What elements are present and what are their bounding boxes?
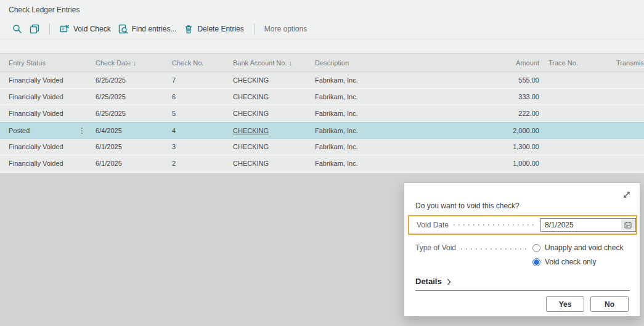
col-transmission[interactable]: Transmission xyxy=(607,54,644,71)
find-entries-button[interactable]: Find entries... xyxy=(115,22,181,36)
cell-amount: 2,000.00 xyxy=(479,123,539,138)
void-date-label: Void Date xyxy=(417,221,449,229)
cell-description: Fabrikam, Inc. xyxy=(306,89,479,105)
cell-bank-account-link[interactable]: CHECKING xyxy=(224,123,306,138)
cell-description: Fabrikam, Inc. xyxy=(306,123,479,138)
cell-amount: 222.00 xyxy=(479,105,539,121)
cell-description: Fabrikam, Inc. xyxy=(306,105,479,121)
table-row[interactable]: Financially Voided 6/25/2025 5 CHECKING … xyxy=(0,105,644,122)
col-bank-account-no[interactable]: Bank Account No. ↓ xyxy=(224,54,306,71)
cell-transmission xyxy=(607,139,644,155)
page-title: Check Ledger Entries xyxy=(0,0,644,18)
cell-amount: 333.00 xyxy=(479,89,539,105)
cell-entry-status: Financially Voided xyxy=(0,139,87,155)
void-date-input[interactable] xyxy=(541,221,618,229)
copy-button[interactable] xyxy=(26,22,43,36)
void-check-button[interactable]: Void Check xyxy=(56,22,115,36)
cell-entry-status: Financially Voided xyxy=(0,72,87,88)
table-row[interactable]: Financially Voided 6/1/2025 2 CHECKING F… xyxy=(0,155,644,172)
cell-check-no: 2 xyxy=(163,155,224,171)
void-check-icon xyxy=(60,24,70,34)
cell-description: Fabrikam, Inc. xyxy=(306,72,479,88)
cell-check-no: 5 xyxy=(163,105,224,121)
delete-entries-button[interactable]: Delete Entries xyxy=(180,22,247,36)
void-check-label: Void Check xyxy=(73,25,111,33)
radio-label: Void check only xyxy=(545,258,596,266)
expand-dialog-icon[interactable] xyxy=(622,190,631,199)
cell-trace-no xyxy=(539,105,607,121)
radio-selected-icon xyxy=(532,258,540,266)
col-trace-no[interactable]: Trace No. xyxy=(539,54,607,71)
cell-check-no: 3 xyxy=(163,139,224,155)
cell-check-no: 4 xyxy=(163,123,224,138)
cell-amount: 555.00 xyxy=(479,72,539,88)
table-header-row: Entry Status Check Date ↓ Check No. Bank… xyxy=(0,53,644,72)
cell-transmission xyxy=(607,72,644,88)
cell-check-no: 6 xyxy=(163,89,224,105)
more-options-button[interactable]: More options xyxy=(261,22,311,36)
cell-check-date: 6/25/2025 xyxy=(87,105,163,121)
radio-void-check-only[interactable]: Void check only xyxy=(532,258,623,266)
cell-bank-account[interactable]: CHECKING xyxy=(224,72,306,88)
cell-entry-status: Financially Voided xyxy=(0,105,87,121)
cell-description: Fabrikam, Inc. xyxy=(306,155,479,171)
dialog-question: Do you want to void this check? xyxy=(415,202,520,210)
cell-check-no: 7 xyxy=(163,72,224,88)
cell-transmission xyxy=(607,105,644,121)
cell-entry-status: Financially Voided xyxy=(0,89,87,105)
col-check-date[interactable]: Check Date ↓ xyxy=(87,54,163,71)
cell-amount: 1,000.00 xyxy=(479,155,539,171)
no-button[interactable]: No xyxy=(590,296,629,312)
row-context-menu-icon[interactable]: ⋮ xyxy=(78,123,86,138)
type-of-void-field-row: Type of Void Unapply and void check Void… xyxy=(415,243,630,266)
delete-entries-label: Delete Entries xyxy=(197,25,243,33)
toolbar: Void Check Find entries... Delete Entrie… xyxy=(0,18,644,39)
copy-icon xyxy=(30,24,39,34)
radio-unselected-icon xyxy=(532,244,540,252)
find-entries-icon xyxy=(118,24,128,34)
radio-unapply-and-void-check[interactable]: Unapply and void check xyxy=(532,243,623,252)
col-amount[interactable]: Amount xyxy=(479,54,539,71)
trash-icon xyxy=(184,24,194,34)
cell-entry-status: Posted ⋮ xyxy=(0,123,87,138)
cell-transmission xyxy=(607,89,644,105)
chevron-right-icon xyxy=(444,279,450,285)
cell-trace-no xyxy=(539,89,607,105)
cell-check-date: 6/25/2025 xyxy=(87,72,163,88)
check-ledger-page: Check Ledger Entries Void Check Find ent… xyxy=(0,0,644,173)
void-check-dialog: Do you want to void this check? Void Dat… xyxy=(404,182,640,317)
yes-button[interactable]: Yes xyxy=(546,296,584,312)
selected-status-text: Posted xyxy=(9,127,30,134)
cell-description: Fabrikam, Inc. xyxy=(306,139,479,155)
type-of-void-label: Type of Void xyxy=(415,243,456,266)
toolbar-divider xyxy=(254,23,255,35)
table-row[interactable]: Financially Voided 6/25/2025 7 CHECKING … xyxy=(0,72,644,89)
col-check-no[interactable]: Check No. xyxy=(163,54,224,71)
cell-entry-status: Financially Voided xyxy=(0,155,87,171)
search-button[interactable] xyxy=(9,22,26,36)
radio-label: Unapply and void check xyxy=(545,243,623,252)
calendar-icon xyxy=(624,221,632,229)
dotted-leader xyxy=(454,224,536,226)
cell-trace-no xyxy=(539,123,607,138)
col-entry-status[interactable]: Entry Status xyxy=(0,54,87,71)
col-description[interactable]: Description xyxy=(306,54,479,71)
dialog-buttons: Yes No xyxy=(546,296,629,312)
details-divider xyxy=(415,290,630,291)
cell-bank-account[interactable]: CHECKING xyxy=(224,89,306,105)
type-of-void-options: Unapply and void check Void check only xyxy=(532,243,623,266)
details-label: Details xyxy=(415,277,442,286)
check-ledger-table: Entry Status Check Date ↓ Check No. Bank… xyxy=(0,53,644,172)
calendar-picker-button[interactable] xyxy=(621,219,635,230)
table-row-selected[interactable]: Posted ⋮ 6/4/2025 4 CHECKING Fabrikam, I… xyxy=(0,122,644,139)
cell-bank-account[interactable]: CHECKING xyxy=(224,105,306,121)
table-row[interactable]: Financially Voided 6/25/2025 6 CHECKING … xyxy=(0,89,644,105)
cell-bank-account[interactable]: CHECKING xyxy=(224,139,306,155)
cell-trace-no xyxy=(539,72,607,88)
cell-check-date: 6/25/2025 xyxy=(87,89,163,105)
cell-trace-no xyxy=(539,155,607,171)
details-expander[interactable]: Details xyxy=(415,277,450,286)
table-row[interactable]: Financially Voided 6/1/2025 3 CHECKING F… xyxy=(0,139,644,155)
cell-transmission xyxy=(607,155,644,171)
cell-bank-account[interactable]: CHECKING xyxy=(224,155,306,171)
